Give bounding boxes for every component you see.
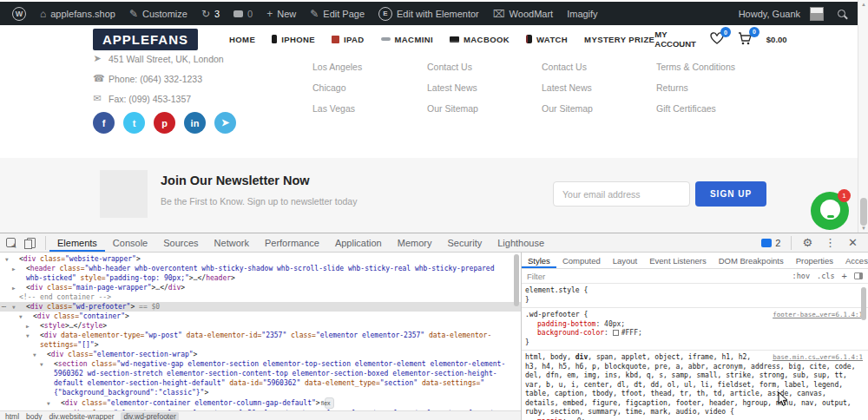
tree-node[interactable]: ▼<div class="website-wrapper"> bbox=[0, 254, 521, 264]
footer-link[interactable]: Los Angeles bbox=[312, 62, 427, 72]
edit-elementor-menu[interactable]: EEdit with Elementor bbox=[372, 2, 486, 25]
footer-link[interactable]: Chicago bbox=[312, 82, 427, 93]
sidebar-tab-computed[interactable]: Computed bbox=[556, 253, 607, 268]
tree-node[interactable]: ▶<style>…</style> bbox=[0, 321, 521, 331]
tree-node[interactable]: ⋯▼<div class="wd-prefooter"> == $0 bbox=[0, 302, 521, 312]
updates-menu[interactable]: ↻3 bbox=[194, 2, 227, 25]
tab-elements[interactable]: Elements bbox=[49, 233, 105, 252]
tab-console[interactable]: Console bbox=[105, 233, 155, 252]
footer-link[interactable]: Latest News bbox=[427, 82, 542, 93]
css-property[interactable]: margin: ▸ 0; bbox=[525, 417, 863, 420]
footer-link[interactable]: Returns bbox=[656, 82, 786, 93]
tree-node[interactable]: ▶<header class="whb-header whb-overconte… bbox=[0, 264, 521, 283]
signup-button[interactable]: SIGN UP bbox=[695, 181, 766, 207]
sidebar-tab-event-listeners[interactable]: Event Listeners bbox=[643, 253, 712, 268]
breadcrumb-item[interactable]: div.wd-prefooter bbox=[121, 412, 178, 420]
chat-widget[interactable]: 1 bbox=[811, 192, 849, 230]
issues-button[interactable]: 2 bbox=[756, 238, 786, 248]
tab-sources[interactable]: Sources bbox=[155, 233, 206, 252]
social-twitter-icon[interactable]: t bbox=[123, 112, 145, 134]
styles-filter-input[interactable] bbox=[527, 272, 786, 281]
customize-menu[interactable]: ✎Customize bbox=[122, 2, 194, 25]
tab-security[interactable]: Security bbox=[439, 233, 490, 252]
css-rule[interactable]: element.style {} bbox=[522, 284, 868, 308]
social-linkedin-icon[interactable]: in bbox=[184, 112, 206, 134]
admin-search[interactable] bbox=[831, 10, 852, 17]
inspect-element-button[interactable] bbox=[0, 233, 21, 252]
css-property[interactable]: padding-bottom: 40px; bbox=[525, 320, 863, 330]
new-menu[interactable]: +New bbox=[260, 2, 303, 25]
tree-node[interactable]: ▼<div class="elementor-container element… bbox=[0, 397, 521, 409]
footer-link[interactable]: Our Sitemap bbox=[427, 103, 542, 114]
tab-network[interactable]: Network bbox=[207, 233, 257, 252]
nav-item-ipad[interactable]: IPAD bbox=[332, 35, 365, 44]
breadcrumb-item[interactable]: html bbox=[5, 412, 19, 420]
newsletter-email-input[interactable] bbox=[553, 181, 690, 207]
site-menu[interactable]: ⌂applefans.shop bbox=[33, 2, 122, 25]
more-options-icon[interactable]: ⋮ bbox=[819, 236, 841, 249]
computed-panel-toggle-icon[interactable] bbox=[854, 272, 863, 279]
tree-node[interactable]: ▼<div class="container"> bbox=[0, 312, 521, 321]
tab-performance[interactable]: Performance bbox=[257, 233, 327, 252]
close-devtools-icon[interactable]: ✕ bbox=[843, 236, 863, 249]
styles-scrollbar[interactable] bbox=[861, 287, 867, 417]
sidebar-tab-accessibility[interactable]: Accessibility bbox=[839, 253, 868, 268]
sidebar-tab-dom-breakpoints[interactable]: DOM Breakpoints bbox=[713, 253, 790, 268]
footer-link[interactable]: Contact Us bbox=[542, 62, 656, 72]
scrollbar-thumb[interactable] bbox=[860, 198, 867, 226]
page-scrollbar[interactable]: ▲ ▼ bbox=[858, 0, 868, 233]
social-facebook-icon[interactable]: f bbox=[93, 112, 115, 134]
tree-node[interactable]: ▶<div class="main-page-wrapper">…</div> bbox=[0, 283, 521, 292]
nav-item-home[interactable]: HOME bbox=[229, 35, 255, 44]
footer-link[interactable]: Contact Us bbox=[427, 62, 542, 72]
toggle-element-state-button[interactable]: :hov bbox=[792, 272, 810, 280]
wishlist-button[interactable]: 0 bbox=[710, 32, 724, 46]
css-property[interactable]: background-color: #FFF; bbox=[525, 329, 863, 338]
howdy-menu[interactable]: Howdy, Guank bbox=[732, 7, 831, 21]
sidebar-tab-properties[interactable]: Properties bbox=[790, 253, 839, 268]
nav-item-watch[interactable]: WATCH bbox=[526, 35, 568, 44]
site-logo[interactable]: APPLEFANS bbox=[93, 29, 198, 50]
comments-menu[interactable]: 0 bbox=[227, 2, 260, 25]
styles-scrollbar-thumb[interactable] bbox=[861, 287, 866, 320]
footer-link[interactable]: Terms & Conditions bbox=[656, 62, 786, 72]
tab-application[interactable]: Application bbox=[327, 233, 390, 252]
nav-item-mystery-prize[interactable]: MYSTERY PRIZE bbox=[584, 35, 654, 44]
color-swatch[interactable] bbox=[613, 330, 619, 336]
flex-badge[interactable]: flex bbox=[325, 397, 334, 409]
sidebar-tab-layout[interactable]: Layout bbox=[607, 253, 644, 268]
elements-scrollbar-thumb[interactable] bbox=[514, 254, 519, 306]
footer-link[interactable]: Gift Certificaes bbox=[656, 103, 786, 114]
nav-item-macbook[interactable]: MACBOOK bbox=[450, 35, 510, 44]
footer-link[interactable]: Our Sitemap bbox=[542, 103, 656, 114]
cart-button[interactable]: 0 bbox=[738, 32, 753, 47]
nav-item-iphone[interactable]: IPHONE bbox=[272, 35, 315, 44]
imagify-menu[interactable]: Imagify bbox=[560, 2, 604, 25]
device-toolbar-button[interactable] bbox=[21, 233, 42, 252]
tab-lighthouse[interactable]: Lighthouse bbox=[490, 233, 552, 252]
social-telegram-icon[interactable]: ➤ bbox=[214, 112, 236, 134]
stylesheet-link[interactable]: base.min.cs…ver=6.1.4:1 bbox=[773, 353, 863, 363]
new-style-rule-icon[interactable]: + bbox=[842, 271, 847, 281]
wp-logo-menu[interactable]: W bbox=[5, 2, 33, 25]
tree-node[interactable]: ▼<div data-elementor-type="wp-post" data… bbox=[0, 331, 521, 350]
stylesheet-link[interactable]: footer-base…ver=6.1.4:1 bbox=[773, 311, 863, 320]
tree-node[interactable]: ▼<section class="wd-negative-gap element… bbox=[0, 359, 521, 397]
css-rule[interactable]: footer-base…ver=6.1.4:1.wd-prefooter {pa… bbox=[522, 308, 868, 351]
social-pinterest-icon[interactable]: p bbox=[154, 112, 175, 134]
settings-icon[interactable]: ⚙ bbox=[797, 236, 818, 249]
footer-link[interactable]: Las Vegas bbox=[312, 103, 427, 114]
node-options-icon[interactable]: ⋯ bbox=[2, 302, 7, 312]
sidebar-tab-styles[interactable]: Styles bbox=[522, 253, 556, 268]
breadcrumb-item[interactable]: div.website-wrapper bbox=[49, 412, 115, 420]
tree-node[interactable]: <!-- end container --> bbox=[0, 292, 521, 302]
scroll-up-icon[interactable]: ▲ bbox=[861, 2, 866, 7]
element-classes-button[interactable]: .cls bbox=[817, 272, 834, 280]
scroll-down-icon[interactable]: ▼ bbox=[861, 226, 866, 231]
woodmart-menu[interactable]: ⌧WoodMart bbox=[486, 2, 560, 25]
elements-scrollbar[interactable] bbox=[513, 254, 520, 409]
tab-memory[interactable]: Memory bbox=[390, 233, 440, 252]
footer-link[interactable]: Latest News bbox=[542, 82, 656, 93]
breadcrumb-item[interactable]: body bbox=[26, 412, 42, 420]
css-rule[interactable]: base.min.cs…ver=6.1.4:1html, body, div, … bbox=[522, 351, 868, 420]
